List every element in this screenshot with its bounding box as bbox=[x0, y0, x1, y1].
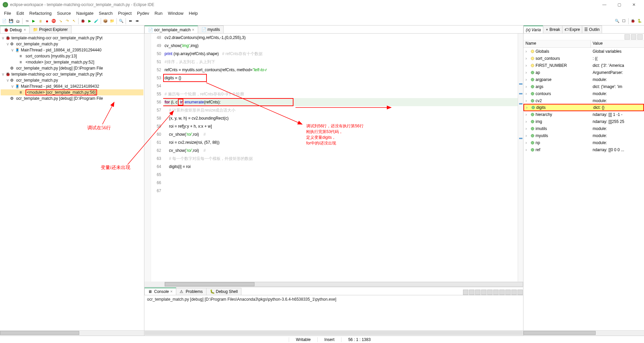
editor-body[interactable]: 4849505152535455565758596061626364656667… bbox=[144, 34, 523, 282]
tree-row[interactable]: v⚙ocr_template_match.py bbox=[1, 41, 143, 47]
open-perspective-icon[interactable]: ☐ bbox=[621, 18, 627, 24]
new-package-icon[interactable]: 📁 bbox=[109, 18, 115, 24]
var-row[interactable]: ›argparsemodule: bbox=[523, 76, 644, 83]
var-row[interactable]: ›hierarchyndarray: [[[ 1 -1 - bbox=[523, 111, 644, 118]
tree-row[interactable]: v🐞template-matching-ocr ocr_template_mat… bbox=[1, 71, 143, 77]
tree-row[interactable]: ⚙ocr_template_match.py [debug] [D:\Progr… bbox=[1, 65, 143, 71]
code-line-54[interactable] bbox=[165, 82, 518, 90]
console-tab[interactable]: 🖥Console× bbox=[144, 288, 176, 295]
run-icon[interactable]: ▶ bbox=[87, 18, 93, 24]
remove-icon[interactable] bbox=[469, 290, 474, 295]
menu-window[interactable]: Window bbox=[165, 10, 186, 16]
left-horizontal-scroll[interactable] bbox=[0, 330, 144, 336]
code-line-66[interactable] bbox=[165, 179, 518, 187]
tab-project-explorer[interactable]: 📁 Project Explorer bbox=[29, 26, 71, 33]
tree-row[interactable]: ≡<module> [ocr_template_match.py:56] bbox=[1, 89, 143, 95]
pin-icon[interactable] bbox=[493, 290, 499, 295]
var-row[interactable]: ›digitsdict: {} bbox=[523, 104, 644, 111]
scroll-lock-icon[interactable] bbox=[487, 290, 493, 295]
display-icon[interactable] bbox=[499, 290, 505, 295]
menu-project[interactable]: Project bbox=[116, 10, 134, 16]
code-line-55[interactable]: # 遍历每一个轮廓，refCnts存有0~9十个轮廓 bbox=[165, 90, 518, 98]
tab-debug[interactable]: 🐞 Debug × bbox=[0, 26, 30, 33]
suspend-icon[interactable]: ⏸ bbox=[37, 18, 43, 24]
console-horizontal-scroll[interactable] bbox=[144, 330, 523, 336]
code-line-52[interactable]: refCnts = myutils.sort_contours(refCnts,… bbox=[165, 66, 518, 74]
menu-pydev[interactable]: Pydev bbox=[134, 10, 152, 16]
resume-icon[interactable]: ▶ bbox=[31, 18, 37, 24]
menu-edit[interactable]: Edit bbox=[14, 10, 27, 16]
var-row[interactable]: ›FIRST_NUMBERdict: {'3': 'America bbox=[523, 62, 644, 69]
tree-row[interactable]: v🐞template-matching-ocr ocr_template_mat… bbox=[1, 35, 143, 41]
code-line-48[interactable]: cv2.drawContours(img,refCnts,-1,(0,0,255… bbox=[165, 34, 518, 42]
code-line-57[interactable]: # 计算外接矩形并且resize成合适大小 bbox=[165, 106, 518, 114]
terminate-icon[interactable]: ■ bbox=[44, 18, 50, 24]
var-row[interactable]: ›myutilsmodule: bbox=[523, 132, 644, 139]
menu-icon[interactable] bbox=[637, 34, 643, 40]
code-line-58[interactable]: (x, y, w, h) = cv2.boundingRect(c) bbox=[165, 114, 518, 122]
scroll-thumb[interactable] bbox=[0, 331, 79, 335]
menu-run[interactable]: Run bbox=[152, 10, 165, 16]
var-row[interactable]: ›imgndarray: [[[255 25 bbox=[523, 118, 644, 125]
pydev-perspective-icon[interactable]: 🐍 bbox=[637, 18, 643, 24]
collapse-icon[interactable] bbox=[625, 34, 630, 40]
menu-refactoring[interactable]: Refactoring bbox=[27, 10, 54, 16]
code-line-53[interactable]: digits = {} bbox=[165, 74, 518, 82]
forward-icon[interactable]: ➡ bbox=[134, 18, 140, 24]
right-tab-expre[interactable]: 🏷Expre bbox=[562, 26, 582, 33]
col-value[interactable]: Value bbox=[591, 40, 644, 47]
minimize-button[interactable]: — bbox=[597, 0, 612, 9]
editor-tab[interactable]: 📄ocr_template_match× bbox=[144, 26, 198, 33]
code-line-56[interactable]: for (i, c) in enumerate(refCnts): bbox=[165, 98, 518, 106]
code-line-61[interactable]: roi = cv2.resize(roi, (57, 88)) bbox=[165, 138, 518, 146]
col-name[interactable]: Name bbox=[523, 40, 591, 47]
right-tab-outlin[interactable]: ☰Outlin bbox=[582, 26, 602, 33]
min-icon[interactable] bbox=[511, 290, 517, 295]
tree-row[interactable]: ≡<module> [ocr_template_match.py:52] bbox=[1, 59, 143, 65]
variables-horizontal-scroll[interactable] bbox=[523, 330, 644, 336]
code-line-67[interactable] bbox=[165, 187, 518, 195]
console-tab[interactable]: ⚠Problems bbox=[176, 288, 206, 295]
search-global-icon[interactable]: 🔍 bbox=[614, 18, 620, 24]
var-row[interactable]: ›npmodule: bbox=[523, 139, 644, 146]
close-button[interactable]: ✕ bbox=[627, 0, 641, 9]
menu-help[interactable]: Help bbox=[186, 10, 200, 16]
maximize-button[interactable]: ▢ bbox=[612, 0, 627, 9]
code-line-50[interactable]: print (np.array(refCnts).shape) # refCnt… bbox=[165, 50, 518, 58]
step-over-icon[interactable]: ↷ bbox=[64, 18, 70, 24]
debug-perspective-icon[interactable]: 🐞 bbox=[630, 18, 636, 24]
open-icon[interactable] bbox=[505, 290, 511, 295]
overview-ruler[interactable] bbox=[518, 34, 523, 282]
pin-icon[interactable] bbox=[631, 34, 636, 40]
right-tab-varia[interactable]: (x)Varia bbox=[523, 26, 543, 33]
step-return-icon[interactable]: ↖ bbox=[71, 18, 77, 24]
menu-file[interactable]: File bbox=[1, 10, 14, 16]
var-row[interactable]: ›cv2module: bbox=[523, 97, 644, 104]
close-icon[interactable]: × bbox=[24, 28, 26, 32]
var-row[interactable]: ›imutilsmodule: bbox=[523, 125, 644, 132]
max-icon[interactable] bbox=[517, 290, 523, 295]
menu-navigate[interactable]: Navigate bbox=[74, 10, 96, 16]
code-line-62[interactable]: cv_show('roi',roi) # bbox=[165, 146, 518, 155]
var-row[interactable]: ›apArgumentParser: bbox=[523, 69, 644, 76]
debug-icon[interactable]: 🐞 bbox=[80, 18, 86, 24]
clear-icon[interactable] bbox=[481, 290, 487, 295]
var-row[interactable]: ›argsdict: {'image': 'im bbox=[523, 83, 644, 90]
coverage-icon[interactable]: 🧪 bbox=[93, 18, 99, 24]
var-row[interactable]: ›contoursmodule: bbox=[523, 90, 644, 97]
search-toolbar-icon[interactable]: 🔍 bbox=[118, 18, 124, 24]
save-icon[interactable]: 💾 bbox=[8, 18, 14, 24]
var-row[interactable]: ›sort_contours: (( bbox=[523, 55, 644, 62]
editor-tab[interactable]: 📄myutils bbox=[198, 26, 224, 33]
remove-all-icon[interactable] bbox=[475, 290, 480, 295]
tree-row[interactable]: v🧵MainThread - pid_18864_id_239519129444… bbox=[1, 47, 143, 53]
console-tab[interactable]: 🐛Debug Shell bbox=[206, 288, 241, 295]
close-icon[interactable]: × bbox=[192, 28, 194, 32]
code-line-63[interactable]: # 每一个数字对应每一个模板，外接矩形的数据 bbox=[165, 155, 518, 163]
code-content[interactable]: cv2.drawContours(img,refCnts,-1,(0,0,255… bbox=[163, 34, 518, 282]
code-line-60[interactable]: cv_show('roi',roi) # bbox=[165, 130, 518, 138]
code-line-49[interactable]: cv_show('img',img) bbox=[165, 42, 518, 50]
tree-row[interactable]: ⚙ocr_template_match.py [debug] [D:\Progr… bbox=[1, 95, 143, 101]
saveall-icon[interactable]: 🗂 bbox=[15, 18, 21, 24]
disconnect-icon[interactable]: ⛔ bbox=[51, 18, 57, 24]
